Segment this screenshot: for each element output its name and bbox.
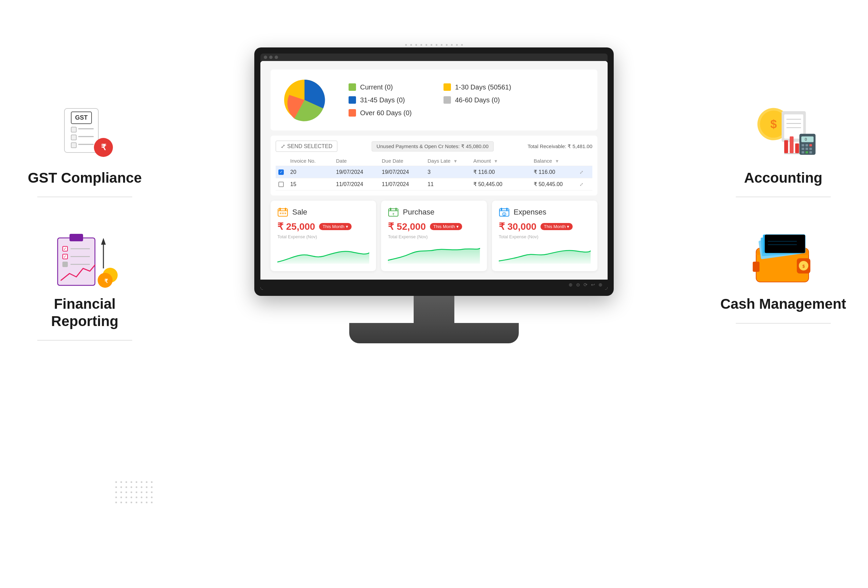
row-2-balance: ₹ 50,445.00 — [534, 181, 578, 187]
accounting-title: Accounting — [744, 169, 822, 186]
share-icon-btn: ⤢ — [281, 143, 285, 149]
legend-label-current: Current (0) — [360, 83, 393, 91]
table-row: 20 19/07/2024 19/07/2024 3 ₹ 116.00 ₹ 11… — [276, 166, 592, 178]
svg-rect-13 — [69, 234, 83, 241]
svg-rect-20 — [63, 262, 68, 267]
sale-amount-row: ₹ 25,000 This Month ▾ — [278, 221, 369, 232]
dot-grid-bottom-left — [115, 481, 153, 503]
bottom-icon-4: ↩ — [591, 282, 595, 287]
row-2-due-date: 11/07/2024 — [382, 181, 426, 187]
svg-text:✓: ✓ — [63, 254, 67, 259]
monitor-stand-neck — [414, 296, 454, 323]
gst-divider — [37, 197, 132, 197]
expenses-amount-row: ₹ 30,000 This Month ▾ — [499, 221, 590, 232]
svg-rect-73 — [390, 208, 391, 211]
svg-text:$: $ — [803, 264, 805, 269]
header-days-late: Days Late ▼ — [428, 158, 472, 164]
send-selected-label: SEND SELECTED — [287, 143, 332, 149]
unused-payments-badge: Unused Payments & Open Cr Notes: ₹ 45,08… — [372, 141, 494, 152]
send-selected-button[interactable]: ⤢ SEND SELECTED — [276, 141, 337, 152]
svg-rect-37 — [795, 143, 799, 153]
bottom-icon-1: ⊕ — [568, 282, 573, 287]
header-balance: Balance ▼ — [534, 158, 578, 164]
row-2-share[interactable]: ⤢ — [579, 182, 590, 187]
svg-rect-43 — [806, 144, 808, 146]
monitor-top-bar — [260, 53, 608, 61]
svg-rect-7 — [71, 143, 76, 148]
svg-rect-42 — [802, 144, 804, 146]
legend-46-60: 46-60 Days (0) — [443, 96, 518, 104]
purchase-sparkline — [388, 243, 480, 264]
expenses-card-title: Expenses — [514, 208, 546, 217]
svg-text:₹: ₹ — [105, 278, 108, 284]
legend-container: Current (0) 1-30 Days (50561) 31-45 Days… — [348, 83, 587, 117]
screen-content: Current (0) 1-30 Days (50561) 31-45 Days… — [260, 61, 608, 280]
row-2-date: 11/07/2024 — [336, 181, 380, 187]
table-section: ⤢ SEND SELECTED Unused Payments & Open C… — [270, 136, 598, 196]
purchase-subtitle: Total Expense (Nov) — [388, 234, 480, 239]
legend-label-over-60: Over 60 Days (0) — [360, 109, 412, 117]
svg-rect-67 — [285, 208, 286, 211]
unused-payments-label: Unused Payments & Open Cr Notes: ₹ 45,08… — [377, 143, 489, 149]
svg-rect-36 — [790, 136, 793, 153]
row-1-invoice: 20 — [290, 169, 334, 175]
sale-subtitle: Total Expense (Nov) — [278, 234, 369, 239]
svg-text:✓: ✓ — [63, 246, 67, 251]
row-1-share[interactable]: ⤢ — [579, 169, 590, 175]
svg-rect-66 — [279, 208, 281, 211]
table-toolbar: ⤢ SEND SELECTED Unused Payments & Open C… — [276, 141, 592, 152]
svg-rect-62 — [753, 262, 760, 272]
sale-icon — [278, 207, 288, 218]
monitor-screen: Current (0) 1-30 Days (50561) 31-45 Days… — [260, 61, 608, 290]
svg-rect-44 — [809, 144, 812, 146]
cards-section: Sale ₹ 25,000 This Month ▾ Total Expense… — [270, 200, 598, 271]
svg-text:0: 0 — [805, 137, 807, 141]
purchase-amount-row: ₹ 52,000 This Month ▾ — [388, 221, 480, 232]
legend-over-60: Over 60 Days (0) — [348, 109, 423, 117]
svg-rect-5 — [71, 135, 76, 140]
cash-management-card: $ Cash Management — [720, 228, 846, 327]
expenses-this-month-badge[interactable]: This Month ▾ — [540, 223, 573, 230]
row-1-checkbox[interactable] — [278, 169, 284, 175]
row-2-days-late: 11 — [428, 181, 472, 187]
sale-badge-label: This Month — [322, 224, 344, 229]
svg-rect-50 — [809, 151, 812, 153]
pie-chart — [281, 76, 328, 124]
row-2-checkbox[interactable] — [278, 182, 284, 187]
table-header: Invoice No. Date Due Date Days Late ▼ Am… — [276, 156, 592, 166]
svg-text:₹: ₹ — [392, 212, 394, 216]
svg-rect-3 — [71, 127, 76, 132]
monitor-stand-base — [349, 323, 519, 343]
purchase-card-title: Purchase — [403, 208, 434, 217]
total-receivable: Total Receivable: ₹ 5,481.00 — [528, 143, 592, 149]
svg-rect-68 — [280, 212, 281, 214]
expenses-badge-label: This Month — [544, 224, 565, 229]
cash-management-divider — [736, 323, 831, 324]
sale-sparkline — [278, 243, 369, 264]
purchase-amount: ₹ 52,000 — [388, 221, 425, 232]
legend-row-2: 31-45 Days (0) 46-60 Days (0) — [348, 96, 587, 104]
accounting-icon: $ 0 — [749, 102, 817, 163]
bottom-icon-5: ⊕ — [598, 282, 602, 287]
svg-rect-78 — [501, 208, 502, 211]
monitor-body: Current (0) 1-30 Days (50561) 31-45 Days… — [254, 47, 614, 296]
sale-this-month-badge[interactable]: This Month ▾ — [319, 223, 351, 230]
left-features-panel: GST ₹ GST Compliance — [20, 102, 149, 344]
purchase-badge-label: This Month — [433, 224, 455, 229]
pie-section: Current (0) 1-30 Days (50561) 31-45 Days… — [270, 69, 598, 130]
row-2-amount: ₹ 50,445.00 — [473, 181, 532, 187]
expenses-amount: ₹ 30,000 — [499, 221, 536, 232]
svg-text:GST: GST — [75, 114, 87, 121]
bottom-icon-2: ⊖ — [576, 282, 580, 287]
header-due-date: Due Date — [382, 158, 426, 164]
legend-dot-over-60 — [348, 109, 356, 116]
header-invoice: Invoice No. — [290, 158, 334, 164]
header-actions — [579, 158, 590, 164]
legend-dot-46-60 — [443, 96, 451, 104]
expenses-card-header: $ Expenses — [499, 207, 590, 218]
purchase-this-month-badge[interactable]: This Month ▾ — [430, 223, 462, 230]
svg-rect-35 — [784, 140, 788, 153]
svg-rect-70 — [285, 212, 286, 214]
expenses-card: $ Expenses ₹ 30,000 This Month ▾ Total E… — [492, 200, 598, 271]
sale-amount: ₹ 25,000 — [278, 221, 315, 232]
